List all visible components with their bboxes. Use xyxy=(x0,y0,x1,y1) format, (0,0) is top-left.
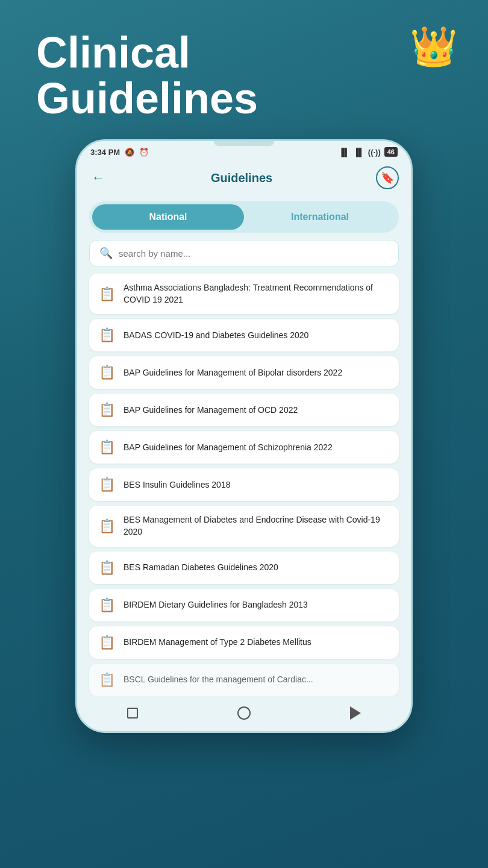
guideline-text: BADAS COVID-19 and Diabetes Guidelines 2… xyxy=(124,330,308,342)
nav-home-button[interactable] xyxy=(236,705,252,722)
crown-icon: 👑 xyxy=(410,24,458,69)
list-item[interactable]: 📋 BES Management of Diabetes and Endocri… xyxy=(89,506,399,546)
circle-icon xyxy=(237,706,251,720)
clock-icon: ⏰ xyxy=(139,148,149,157)
signal2-icon: ▐▌ xyxy=(353,148,364,157)
tab-national[interactable]: National xyxy=(92,204,244,230)
tab-switcher: National International xyxy=(89,201,399,233)
list-item[interactable]: 📋 BIRDEM Dietary Guidelines for Banglade… xyxy=(89,589,399,621)
app-header: ← Guidelines 🔖 xyxy=(77,160,411,197)
search-bar: 🔍 xyxy=(89,240,399,266)
list-item[interactable]: 📋 Asthma Associations Bangladesh: Treatm… xyxy=(89,274,399,314)
battery-badge: 46 xyxy=(384,147,398,157)
guideline-text: BAP Guidelines for Management of Bipolar… xyxy=(124,367,342,379)
nav-back-button[interactable] xyxy=(347,705,364,722)
guideline-icon: 📋 xyxy=(99,439,115,455)
guideline-icon: 📋 xyxy=(99,518,115,534)
guideline-icon: 📋 xyxy=(99,365,115,380)
guideline-text: BIRDEM Management of Type 2 Diabetes Mel… xyxy=(124,637,311,649)
list-item[interactable]: 📋 BES Ramadan Diabetes Guidelines 2020 xyxy=(89,552,399,584)
search-icon: 🔍 xyxy=(99,247,113,260)
guidelines-list: 📋 Asthma Associations Bangladesh: Treatm… xyxy=(77,274,411,696)
nav-square-button[interactable] xyxy=(124,705,141,722)
triangle-icon xyxy=(350,706,361,720)
back-button[interactable]: ← xyxy=(89,168,107,188)
square-icon xyxy=(127,708,138,719)
guideline-text: BES Management of Diabetes and Endocrine… xyxy=(124,514,389,538)
status-time: 3:34 PM xyxy=(90,148,120,157)
phone-notch xyxy=(214,141,274,146)
guideline-icon: 📋 xyxy=(99,672,115,688)
guideline-text: BES Ramadan Diabetes Guidelines 2020 xyxy=(124,562,278,574)
signal1-icon: ▐▌ xyxy=(339,148,349,157)
list-item[interactable]: 📋 BAP Guidelines for Management of Schiz… xyxy=(89,431,399,464)
guideline-text: BSCL Guidelines for the management of Ca… xyxy=(124,674,313,686)
tab-international[interactable]: International xyxy=(244,204,396,230)
guideline-text: BES Insulin Guidelines 2018 xyxy=(124,479,230,491)
guideline-icon: 📋 xyxy=(99,560,115,576)
guideline-icon: 📋 xyxy=(99,327,115,343)
guideline-text: BAP Guidelines for Management of OCD 202… xyxy=(124,404,298,417)
list-item[interactable]: 📋 BIRDEM Management of Type 2 Diabetes M… xyxy=(89,626,399,659)
list-item[interactable]: 📋 BAP Guidelines for Management of OCD 2… xyxy=(89,394,399,426)
alarm-icon: 🔕 xyxy=(125,148,134,157)
wifi-icon: ((·)) xyxy=(368,148,381,157)
guideline-icon: 📋 xyxy=(99,477,115,492)
guideline-text: BAP Guidelines for Management of Schizop… xyxy=(124,442,333,454)
guideline-text: Asthma Associations Bangladesh: Treatmen… xyxy=(124,282,389,306)
guideline-icon: 📋 xyxy=(99,635,115,650)
guideline-text: BIRDEM Dietary Guidelines for Bangladesh… xyxy=(124,599,308,611)
list-item[interactable]: 📋 BAP Guidelines for Management of Bipol… xyxy=(89,356,399,389)
guideline-icon: 📋 xyxy=(99,402,115,418)
bookmark-button[interactable]: 🔖 xyxy=(376,166,399,189)
bottom-nav xyxy=(77,696,411,731)
phone-frame: 3:34 PM 🔕 ⏰ ▐▌ ▐▌ ((·)) 46 ← Guidelines … xyxy=(75,139,413,732)
list-item[interactable]: 📋 BADAS COVID-19 and Diabetes Guidelines… xyxy=(89,319,399,351)
list-item[interactable]: 📋 BSCL Guidelines for the management of … xyxy=(89,664,399,696)
search-input[interactable] xyxy=(119,248,389,259)
guideline-icon: 📋 xyxy=(99,597,115,613)
page-title: Clinical Guidelines xyxy=(36,30,258,121)
guideline-icon: 📋 xyxy=(99,286,115,302)
list-item[interactable]: 📋 BES Insulin Guidelines 2018 xyxy=(89,468,399,501)
header-title: Guidelines xyxy=(211,171,272,185)
